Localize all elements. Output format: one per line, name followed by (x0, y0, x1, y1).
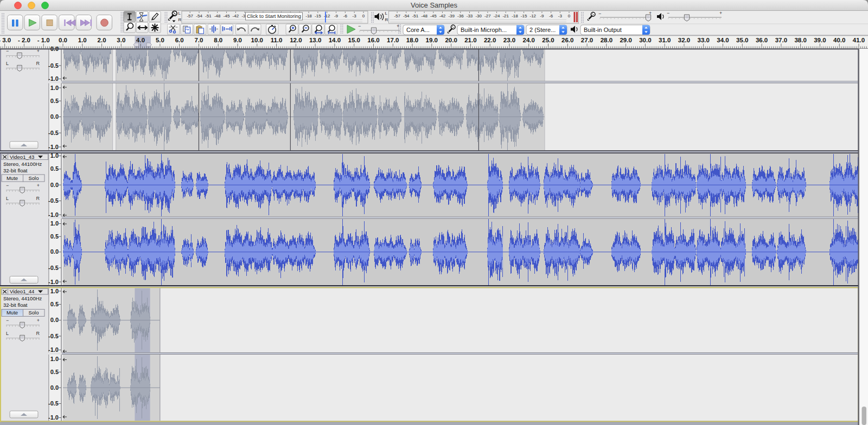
svg-text:36.0: 36.0 (756, 37, 768, 43)
svg-text:-1.0: -1.0 (48, 144, 59, 150)
svg-text:6.0: 6.0 (175, 37, 184, 43)
svg-text:-48: -48 (214, 14, 221, 18)
svg-text:1.0: 1.0 (78, 37, 87, 43)
svg-text:39.0: 39.0 (814, 37, 826, 43)
svg-text:Stereo, 44100Hz: Stereo, 44100Hz (3, 295, 42, 301)
svg-text:19.0: 19.0 (426, 37, 438, 43)
svg-text:38.0: 38.0 (794, 37, 806, 43)
svg-text:+: + (37, 183, 40, 188)
svg-text:0.5: 0.5 (50, 369, 59, 375)
svg-text:R: R (385, 17, 388, 22)
svg-text:- 3.0: - 3.0 (0, 37, 11, 43)
svg-text:-0.5: -0.5 (48, 333, 59, 339)
svg-text:24.0: 24.0 (523, 37, 535, 43)
svg-text:L: L (178, 11, 181, 16)
svg-text:26.0: 26.0 (561, 37, 573, 43)
svg-text:-0.5: -0.5 (48, 265, 59, 271)
svg-text:-1.0: -1.0 (48, 211, 59, 218)
svg-text:10.0: 10.0 (251, 37, 263, 43)
svg-text:+: + (719, 10, 722, 16)
svg-text:-24: -24 (494, 14, 500, 18)
svg-text:1.0: 1.0 (50, 356, 59, 362)
svg-text:-1.0: -1.0 (48, 279, 59, 285)
svg-text:Click to Start Monitoring: Click to Start Monitoring (247, 14, 301, 19)
svg-text:−: − (667, 10, 669, 16)
svg-text:7.0: 7.0 (194, 37, 203, 43)
svg-text:L: L (6, 331, 9, 336)
svg-text:0: 0 (362, 14, 365, 18)
svg-text:29.0: 29.0 (620, 37, 631, 43)
svg-text:R: R (36, 331, 40, 336)
svg-text:-6: -6 (343, 14, 348, 18)
svg-text:−: − (6, 183, 9, 188)
svg-text:Built-in Microph...: Built-in Microph... (461, 27, 507, 33)
svg-text:0.0: 0.0 (50, 248, 59, 255)
svg-text:-1.0: -1.0 (48, 75, 59, 82)
svg-text:0: 0 (568, 14, 571, 18)
svg-text:16.0: 16.0 (367, 37, 379, 43)
svg-text:41.0: 41.0 (853, 37, 865, 43)
svg-text:1.0: 1.0 (50, 220, 59, 227)
svg-text:17.0: 17.0 (387, 37, 399, 43)
svg-text:0.5: 0.5 (50, 98, 59, 104)
svg-text:13.0: 13.0 (309, 37, 321, 43)
svg-text:- 1.0: - 1.0 (37, 37, 50, 43)
svg-text:-57: -57 (394, 14, 400, 18)
svg-text:Built-in Output: Built-in Output (584, 27, 622, 33)
svg-text:-18: -18 (305, 14, 312, 18)
svg-text:1.0: 1.0 (50, 85, 59, 91)
svg-text:-0.5: -0.5 (48, 62, 59, 69)
svg-text:28.0: 28.0 (601, 37, 612, 43)
svg-text:−: − (358, 23, 361, 29)
svg-text:12.0: 12.0 (290, 37, 302, 43)
svg-text:-1.0: -1.0 (48, 414, 59, 421)
svg-text:-27: -27 (484, 14, 491, 18)
svg-text:-51: -51 (205, 14, 212, 18)
svg-text:-12: -12 (324, 14, 330, 18)
svg-text:0.0: 0.0 (50, 182, 59, 188)
svg-text:0.0: 0.0 (50, 317, 59, 323)
svg-text:-3: -3 (353, 14, 357, 18)
svg-text:34.0: 34.0 (717, 37, 729, 43)
svg-text:23.0: 23.0 (503, 37, 515, 43)
svg-text:-9: -9 (540, 14, 544, 18)
svg-text:-15: -15 (521, 14, 527, 18)
svg-text:31.0: 31.0 (659, 37, 671, 43)
svg-text:- 2.0: - 2.0 (18, 37, 30, 43)
svg-text:-0.5: -0.5 (48, 130, 59, 136)
svg-text:21.0: 21.0 (464, 37, 476, 43)
svg-text:Mute: Mute (7, 175, 18, 181)
svg-text:-51: -51 (412, 14, 419, 18)
svg-text:15.0: 15.0 (348, 37, 360, 43)
svg-text:-54: -54 (196, 14, 202, 18)
svg-text:33.0: 33.0 (698, 37, 710, 43)
svg-text:37.0: 37.0 (775, 37, 787, 43)
svg-text:2.0: 2.0 (98, 37, 106, 43)
svg-text:0.0: 0.0 (50, 113, 59, 120)
svg-text:3.0: 3.0 (117, 37, 125, 43)
svg-text:-48: -48 (421, 14, 427, 18)
svg-text:0.5: 0.5 (50, 301, 59, 307)
svg-text:1.0: 1.0 (50, 288, 59, 294)
svg-text:0.5: 0.5 (50, 233, 59, 240)
svg-text:22.0: 22.0 (484, 37, 496, 43)
svg-text:-6: -6 (549, 14, 553, 18)
svg-text:-36: -36 (457, 14, 464, 18)
svg-text:11.0: 11.0 (271, 37, 283, 43)
svg-text:-45: -45 (224, 14, 230, 18)
svg-text:9.0: 9.0 (233, 37, 242, 43)
svg-text:35.0: 35.0 (736, 37, 748, 43)
svg-text:32-bit float: 32-bit float (3, 302, 28, 308)
svg-text:−: − (6, 318, 9, 323)
svg-text:14.0: 14.0 (329, 37, 341, 43)
svg-text:32.0: 32.0 (678, 37, 690, 43)
svg-text:Solo: Solo (28, 175, 39, 181)
svg-text:Video1_44: Video1_44 (10, 288, 34, 294)
svg-text:−: − (598, 11, 601, 16)
svg-text:20.0: 20.0 (445, 37, 457, 43)
svg-text:0.5: 0.5 (50, 165, 59, 172)
svg-text:25.0: 25.0 (542, 37, 554, 43)
svg-text:-42: -42 (233, 14, 239, 18)
svg-text:1.0: 1.0 (50, 152, 59, 159)
svg-text:32-bit float: 32-bit float (3, 168, 28, 173)
